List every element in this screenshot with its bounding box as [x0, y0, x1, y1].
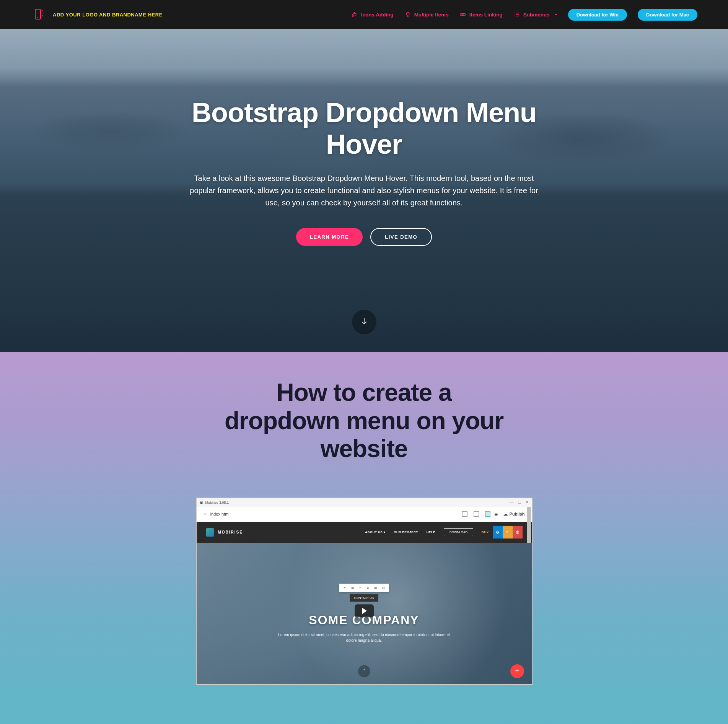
mob-nav-project[interactable]: OUR PROJECT [394, 530, 418, 534]
tool-icon[interactable]: ⊞ [374, 586, 378, 590]
nav-label: Icons Adding [361, 12, 394, 18]
tutorial-section: How to create a dropdown menu on your we… [0, 352, 728, 724]
desktop-icon[interactable] [485, 511, 490, 517]
svg-line-2 [42, 10, 43, 11]
arrow-down-icon [360, 317, 368, 327]
block-controls: ⚙ ≡ 🗑 [493, 526, 523, 539]
tool-icon[interactable]: ⊞ [351, 586, 355, 590]
video-container[interactable]: ▣ Mobirise 3.05.1 — ☐ ✕ ≡ index.html ◉ ☁… [196, 498, 533, 685]
tool-icon[interactable]: ≡ [366, 586, 370, 590]
brand-text: ADD YOUR LOGO AND BRANDNAME HERE [53, 12, 163, 18]
close-icon[interactable]: ✕ [525, 500, 529, 505]
app-titlebar: ▣ Mobirise 3.05.1 — ☐ ✕ [197, 498, 532, 507]
scroll-down-button[interactable] [352, 310, 376, 334]
tablet-icon[interactable] [474, 511, 479, 517]
hero-description: Take a look at this awesome Bootstrap Dr… [188, 172, 540, 209]
hamburger-icon[interactable]: ≡ [204, 511, 207, 517]
mobirise-hero-subtitle: Lorem ipsum dolor sit amet, consectetur … [276, 632, 452, 643]
navbar: ADD YOUR LOGO AND BRANDNAME HERE Icons A… [0, 0, 728, 29]
navbar-menu: Icons Adding Multiple Items Items Linkin… [351, 9, 697, 21]
mobirise-site-header: MOBIRISE ABOUT US ▾ OUR PROJECT HELP DOW… [197, 522, 532, 543]
mobirise-nav: ABOUT US ▾ OUR PROJECT HELP DOWNLOAD BUY [365, 528, 489, 536]
device-switcher [462, 511, 490, 517]
phone-logo-icon [31, 6, 47, 23]
maximize-icon[interactable]: ☐ [518, 500, 521, 505]
mobile-icon[interactable] [462, 511, 467, 517]
publish-button[interactable]: ☁ Publish [503, 512, 525, 517]
nav-item-multiple-items[interactable]: Multiple Items [404, 11, 449, 18]
mob-nav-buy[interactable]: BUY [482, 530, 489, 534]
tool-icon[interactable]: + [358, 586, 362, 590]
hero-section: Bootstrap Dropdown Menu Hover Take a loo… [0, 29, 728, 352]
settings-icon[interactable]: ⚙ [493, 526, 503, 539]
live-demo-button[interactable]: LIVE DEMO [370, 228, 432, 246]
mob-nav-about[interactable]: ABOUT US ▾ [365, 530, 385, 534]
play-button[interactable] [355, 604, 374, 617]
publish-label: Publish [510, 512, 525, 516]
download-win-button[interactable]: Download for Win [568, 9, 627, 21]
mob-nav-download[interactable]: DOWNLOAD [444, 528, 473, 536]
nav-label: Items Linking [469, 12, 503, 18]
tool-icon[interactable]: ↶ [343, 586, 347, 590]
app-icon: ▣ [200, 501, 203, 504]
page-name: index.html [210, 512, 458, 516]
floating-toolbar[interactable]: ↶ ⊞ + ≡ ⊞ ⊟ [339, 584, 389, 592]
svg-line-4 [42, 15, 43, 16]
nav-item-items-linking[interactable]: Items Linking [459, 11, 503, 18]
nav-item-submenus[interactable]: Submenus [513, 11, 557, 18]
link-icon [459, 11, 466, 18]
learn-more-button[interactable]: LEARN MORE [296, 228, 363, 246]
app-toolbar: ≡ index.html ◉ ☁ Publish [197, 507, 532, 522]
mobirise-scroll-icon[interactable]: ˅ [358, 665, 370, 677]
nav-item-icons-adding[interactable]: Icons Adding [351, 11, 394, 18]
hero-buttons: LEARN MORE LIVE DEMO [296, 228, 432, 246]
delete-icon[interactable]: 🗑 [513, 526, 523, 539]
section2-title: How to create a dropdown menu on your we… [219, 379, 510, 463]
add-block-fab[interactable]: + [510, 664, 524, 678]
svg-point-7 [463, 13, 466, 16]
mobirise-logo-icon [206, 528, 214, 537]
mobirise-brand: MOBIRISE [218, 530, 243, 534]
svg-point-1 [37, 17, 38, 18]
hero-title: Bootstrap Dropdown Menu Hover [173, 97, 555, 160]
svg-point-5 [406, 12, 409, 15]
nav-label: Submenus [523, 12, 550, 18]
list-icon [513, 11, 520, 18]
download-mac-button[interactable]: Download for Mac [638, 9, 697, 21]
thumbs-up-icon [351, 11, 358, 18]
navbar-brand[interactable]: ADD YOUR LOGO AND BRANDNAME HERE [31, 6, 163, 23]
preview-icon[interactable]: ◉ [494, 512, 498, 517]
cloud-icon: ☁ [503, 512, 508, 517]
app-window-title: Mobirise 3.05.1 [205, 501, 229, 504]
move-icon[interactable]: ≡ [503, 526, 513, 539]
tooltip: CONTACT US [350, 594, 378, 602]
mob-nav-help[interactable]: HELP [427, 530, 435, 534]
window-controls: — ☐ ✕ [510, 500, 529, 505]
mobirise-hero: ↶ ⊞ + ≡ ⊞ ⊟ CONTACT US SOME COMPANY Lore… [197, 543, 532, 684]
nav-label: Multiple Items [414, 12, 449, 18]
lightbulb-icon [404, 11, 411, 18]
minimize-icon[interactable]: — [510, 500, 514, 505]
tool-icon[interactable]: ⊟ [381, 586, 385, 590]
